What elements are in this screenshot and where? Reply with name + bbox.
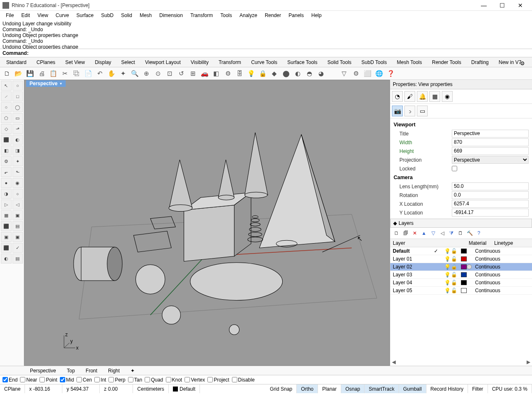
toolbar-gear-icon[interactable]: ⚙: [515, 59, 530, 68]
left-tool-icon[interactable]: ⬑: [12, 167, 23, 177]
tab-subd-tools[interactable]: SubD Tools: [357, 58, 392, 66]
tab-surface-tools[interactable]: Surface Tools: [283, 58, 322, 66]
left-tool-icon[interactable]: ○: [1, 102, 12, 112]
tab-cplanes[interactable]: CPlanes: [32, 58, 60, 66]
settings2-icon[interactable]: ⚙: [351, 69, 361, 79]
left-tool-icon[interactable]: □: [12, 91, 23, 101]
copy-clip-icon[interactable]: 📋: [48, 69, 58, 79]
left-tool-icon[interactable]: ▭: [12, 113, 23, 123]
width-input[interactable]: 870: [452, 138, 529, 146]
left-tool-icon[interactable]: ⚙: [1, 156, 12, 166]
osnap-knot[interactable]: Knot: [166, 377, 182, 383]
left-tool-icon[interactable]: ◉: [12, 178, 23, 188]
yloc-input[interactable]: -6914.17: [452, 209, 529, 217]
menu-help[interactable]: Help: [308, 12, 325, 19]
left-tool-icon[interactable]: ◨: [12, 145, 23, 155]
osnap-tan[interactable]: Tan: [128, 377, 142, 383]
left-tool-icon[interactable]: ⟋: [1, 91, 12, 101]
viewport-dropdown-icon[interactable]: ▼: [59, 82, 62, 86]
osnap-quad[interactable]: Quad: [145, 377, 163, 383]
rotation-input[interactable]: 0.0: [452, 191, 529, 199]
layer-row[interactable]: Layer 01💡🔓Continuous: [390, 255, 532, 263]
left-tool-icon[interactable]: ◇: [1, 124, 12, 134]
xloc-input[interactable]: 6257.4: [452, 200, 529, 208]
menu-subd[interactable]: SubD: [98, 12, 117, 19]
delete-layer-icon[interactable]: ✕: [411, 229, 419, 237]
pan-icon[interactable]: ✋: [106, 69, 116, 79]
tab-visibility[interactable]: Visibility: [186, 58, 213, 66]
menu-render[interactable]: Render: [261, 12, 284, 19]
osnap-project[interactable]: Project: [207, 377, 229, 383]
named-cplane-icon[interactable]: 🚗: [200, 69, 209, 79]
left-tool-icon[interactable]: ▤: [12, 254, 23, 264]
world-icon[interactable]: 🌐: [374, 69, 384, 79]
viewtab-top[interactable]: Top: [62, 367, 80, 374]
filter-toggle[interactable]: Filter: [468, 384, 488, 393]
open-icon[interactable]: 📂: [13, 69, 23, 79]
menu-dimension[interactable]: Dimension: [156, 12, 186, 19]
layers-icon[interactable]: ◆: [269, 69, 279, 79]
viewtab-right[interactable]: Right: [103, 367, 125, 374]
left-tool-icon[interactable]: ◐: [1, 254, 12, 264]
menu-surface[interactable]: Surface: [73, 12, 97, 19]
osnap-int[interactable]: Int: [94, 377, 106, 383]
smarttrack-toggle[interactable]: SmartTrack: [365, 384, 399, 393]
left-tool-icon[interactable]: ▤: [12, 221, 23, 231]
menu-analyze[interactable]: Analyze: [236, 12, 261, 19]
menu-file[interactable]: File: [2, 12, 17, 19]
lock-icon[interactable]: 🔒: [258, 69, 268, 79]
filter-tool-icon[interactable]: ▽: [339, 69, 349, 79]
height-input[interactable]: 669: [452, 147, 529, 155]
osnap-cen[interactable]: Cen: [76, 377, 92, 383]
left-tool-icon[interactable]: ⬠: [1, 113, 12, 123]
cut-icon[interactable]: ✂: [60, 69, 70, 79]
left-tool-icon[interactable]: ◁: [12, 200, 23, 209]
command-input[interactable]: Command:: [0, 49, 532, 57]
menu-curve[interactable]: Curve: [52, 12, 72, 19]
zoom-sel-icon[interactable]: ⊙: [153, 69, 163, 79]
decal-tab-icon[interactable]: ◉: [442, 91, 453, 102]
minimize-button[interactable]: —: [479, 2, 489, 9]
left-tool-icon[interactable]: ✦: [12, 156, 23, 166]
left-tool-icon[interactable]: ◧: [1, 145, 12, 155]
menu-panels[interactable]: Panels: [285, 12, 307, 19]
menu-view[interactable]: View: [34, 12, 52, 19]
snapshot-icon[interactable]: 🗄: [234, 69, 244, 79]
title-input[interactable]: Perspective: [452, 130, 529, 138]
left-tool-icon[interactable]: ▣: [12, 232, 23, 242]
osnap-mid[interactable]: Mid: [60, 377, 74, 383]
print-icon[interactable]: 🖨: [37, 69, 47, 79]
zoom-icon[interactable]: 🔍: [130, 69, 140, 79]
undo-view-icon[interactable]: ↺: [176, 69, 186, 79]
layer-tools-icon[interactable]: 🔨: [466, 229, 473, 237]
left-tool-icon[interactable]: ⬏: [12, 124, 23, 134]
menu-mesh[interactable]: Mesh: [136, 12, 155, 19]
viewport-perspective[interactable]: Perspective▼: [24, 80, 390, 366]
sep-icon[interactable]: [328, 69, 337, 79]
new-icon[interactable]: 🗋: [2, 69, 12, 79]
planar-toggle[interactable]: Planar: [318, 384, 341, 393]
filter-layer-icon[interactable]: ⧩: [448, 229, 455, 237]
tab-transform[interactable]: Transform: [214, 58, 246, 66]
lens-input[interactable]: 50.0: [452, 182, 529, 190]
viewport-label[interactable]: Perspective▼: [26, 80, 66, 87]
tab-solid-tools[interactable]: Solid Tools: [323, 58, 356, 66]
viewtab-front[interactable]: Front: [81, 367, 102, 374]
osnap-point[interactable]: Point: [39, 377, 57, 383]
osnap-toggle[interactable]: Osnap: [341, 384, 365, 393]
left-tool-icon[interactable]: ⬛: [1, 243, 12, 253]
material-tab-icon[interactable]: 🖌: [404, 91, 415, 102]
layer-props-icon[interactable]: 🗒: [457, 229, 464, 237]
left-tool-icon[interactable]: ⬛: [1, 135, 12, 145]
camera-icon[interactable]: 📷: [392, 106, 403, 116]
left-tool-icon[interactable]: ▣: [1, 232, 12, 242]
record-history-toggle[interactable]: Record History: [426, 384, 468, 393]
ortho-toggle[interactable]: Ortho: [297, 384, 318, 393]
osnap-disable[interactable]: Disable: [232, 377, 255, 383]
rotate-view-icon[interactable]: ✦: [118, 69, 128, 79]
tab-curve-tools[interactable]: Curve Tools: [246, 58, 282, 66]
osnap-perp[interactable]: Perp: [108, 377, 125, 383]
menu-solid[interactable]: Solid: [118, 12, 135, 19]
layer-row[interactable]: Layer 04💡🔓Continuous: [390, 279, 532, 287]
frame2-icon[interactable]: ▭: [417, 106, 428, 116]
